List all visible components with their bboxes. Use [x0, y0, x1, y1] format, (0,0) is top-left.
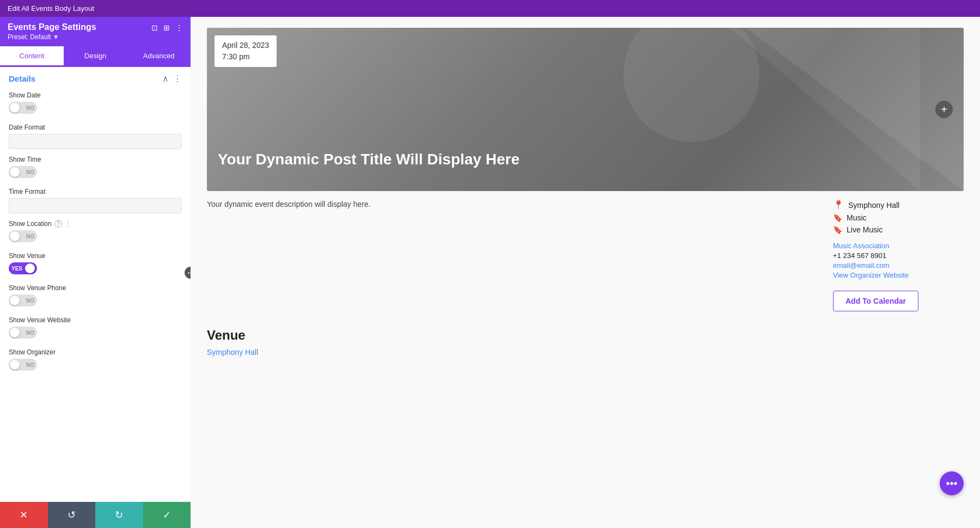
toggle-no-label-2: NO [26, 169, 34, 175]
location-icon: 📍 [833, 200, 844, 210]
show-venue-phone-label: Show Venue Phone [9, 284, 182, 292]
event-info-layout: Your dynamic event description will disp… [207, 200, 964, 311]
show-location-label: Show Location ? ⋮ [9, 220, 182, 228]
show-time-toggle[interactable]: NO [9, 166, 37, 178]
time-format-input[interactable] [9, 198, 182, 213]
sidebar-preset: Preset: Default ▼ [8, 33, 183, 41]
organizer-name-link[interactable]: Music Association [833, 242, 964, 250]
event-banner: April 28, 2023 7:30 pm Your Dynamic Post… [207, 28, 964, 191]
tab-advanced[interactable]: Advanced [127, 46, 191, 67]
tab-design[interactable]: Design [64, 46, 127, 67]
venue-section-link[interactable]: Symphony Hall [207, 348, 258, 357]
location-more-icon[interactable]: ⋮ [65, 220, 71, 228]
top-bar: Edit All Events Body Layout [0, 0, 980, 17]
banner-chevron-2 [730, 28, 920, 191]
redo-button[interactable]: ↻ [95, 502, 143, 528]
top-bar-label: Edit All Events Body Layout [8, 4, 94, 13]
category-music: Music [847, 213, 867, 222]
sidebar: Events Page Settings Preset: Default ▼ ⊡… [0, 17, 191, 528]
main-content: April 28, 2023 7:30 pm Your Dynamic Post… [191, 17, 980, 528]
show-venue-website-toggle[interactable]: NO [9, 327, 37, 339]
date-format-label: Date Format [9, 124, 182, 131]
show-location-toggle[interactable]: NO [9, 230, 37, 242]
show-location-field: Show Location ? ⋮ NO [0, 217, 191, 249]
collapse-icon[interactable]: ∧ [162, 73, 169, 84]
close-button[interactable]: ✕ [0, 502, 48, 528]
venue-name: Symphony Hall [848, 201, 899, 210]
event-description-column: Your dynamic event description will disp… [207, 200, 817, 311]
show-organizer-field: Show Organizer NO [0, 345, 191, 377]
show-organizer-label: Show Organizer [9, 348, 182, 356]
help-icon: ? [54, 220, 62, 228]
fit-icon[interactable]: ⊡ [151, 23, 158, 32]
time-format-field: Time Format [0, 185, 191, 217]
event-description: Your dynamic event description will disp… [207, 200, 817, 208]
event-time: 7:30 pm [222, 51, 269, 63]
tag-icon-1: 🔖 [833, 213, 842, 222]
venue-section: Venue Symphony Hall [207, 328, 964, 357]
more-icon[interactable]: ⋮ [175, 23, 183, 32]
details-more-icon[interactable]: ⋮ [173, 73, 182, 84]
venue-section-title: Venue [207, 328, 964, 343]
show-organizer-toggle[interactable]: NO [9, 359, 37, 371]
details-section-header[interactable]: Details ∧ ⋮ [0, 67, 191, 88]
tab-content[interactable]: Content [0, 46, 64, 67]
venue-item: 📍 Symphony Hall [833, 200, 964, 210]
show-venue-field: Show Venue YES [0, 249, 191, 281]
category-live-music-item: 🔖 Live Music [833, 225, 964, 234]
save-button[interactable]: ✓ [143, 502, 191, 528]
show-venue-toggle[interactable]: YES [9, 262, 37, 274]
organizer-links: Music Association +1 234 567 8901 email@… [833, 242, 964, 279]
show-venue-website-label: Show Venue Website [9, 316, 182, 324]
category-music-item: 🔖 Music [833, 213, 964, 222]
date-format-field: Date Format [0, 120, 191, 152]
event-title: Your Dynamic Post Title Will Display Her… [218, 150, 519, 169]
show-venue-phone-field: Show Venue Phone NO [0, 281, 191, 313]
organizer-website-link[interactable]: View Organizer Website [833, 271, 964, 279]
floating-dots-button[interactable]: ••• [940, 471, 964, 495]
sidebar-scroll: Details ∧ ⋮ Show Date NO Date Format [0, 67, 191, 528]
organizer-phone: +1 234 567 8901 [833, 251, 964, 260]
show-venue-website-field: Show Venue Website NO [0, 313, 191, 345]
show-time-field: Show Time NO [0, 152, 191, 185]
show-venue-label: Show Venue [9, 252, 182, 260]
time-format-label: Time Format [9, 188, 182, 195]
organizer-email-link[interactable]: email@email.com [833, 261, 964, 269]
show-venue-phone-toggle[interactable]: NO [9, 294, 37, 306]
sidebar-tabs: Content Design Advanced [0, 46, 191, 67]
show-date-toggle[interactable]: NO [9, 102, 37, 114]
bottom-toolbar: ✕ ↺ ↻ ✓ [0, 502, 191, 528]
toggle-knob-2 [10, 167, 20, 177]
date-box: April 28, 2023 7:30 pm [215, 35, 277, 67]
event-date: April 28, 2023 [222, 40, 269, 51]
show-time-label: Show Time [9, 156, 182, 163]
sidebar-header: Events Page Settings Preset: Default ▼ ⊡… [0, 17, 191, 46]
toggle-no-label: NO [26, 105, 34, 111]
details-title: Details [9, 74, 35, 83]
category-live-music: Live Music [847, 225, 883, 234]
add-element-button[interactable]: + [935, 101, 953, 118]
undo-button[interactable]: ↺ [48, 502, 96, 528]
toggle-knob [10, 103, 20, 113]
show-date-label: Show Date [9, 91, 182, 99]
event-meta-column: 📍 Symphony Hall 🔖 Music 🔖 Live Music Mus… [833, 200, 964, 311]
columns-icon[interactable]: ⊞ [163, 23, 170, 32]
date-format-input[interactable] [9, 134, 182, 149]
show-date-field: Show Date NO [0, 88, 191, 120]
tag-icon-2: 🔖 [833, 225, 842, 234]
add-to-calendar-button[interactable]: Add To Calendar [833, 291, 918, 311]
